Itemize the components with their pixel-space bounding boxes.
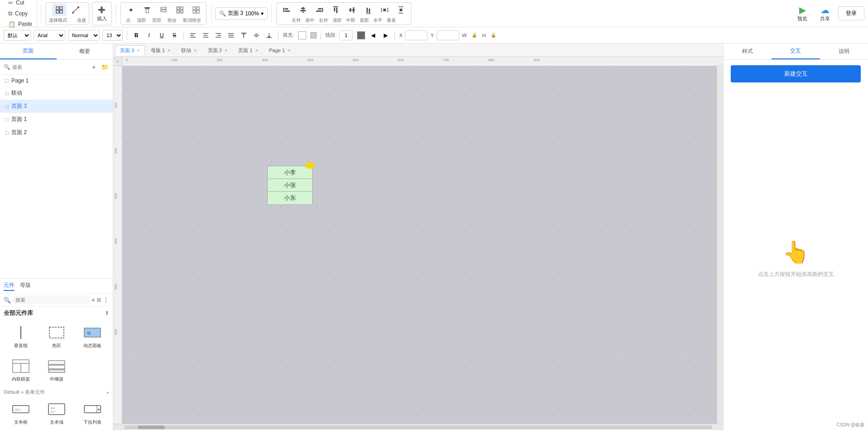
lock-height-btn[interactable]: 🔒	[488, 30, 498, 40]
widget-row-3[interactable]: 小东	[268, 192, 312, 204]
underline-button[interactable]: U	[157, 30, 167, 40]
zoom-control[interactable]: 🔍 页面 3 100% ▾	[215, 7, 268, 20]
x-input[interactable]	[405, 30, 428, 40]
comp-item-vline[interactable]: 垂直线	[4, 322, 38, 352]
layer-btn[interactable]	[156, 4, 171, 16]
add-comp-btn[interactable]: +	[92, 296, 95, 304]
canvas-scroll-right[interactable]	[717, 66, 723, 424]
canvas-tab-mother1[interactable]: 母版 1 ×	[146, 45, 176, 55]
pages-tab[interactable]: 页面	[0, 43, 57, 59]
canvas-tab-mother1-close[interactable]: ×	[168, 48, 170, 53]
comp-copy-btn[interactable]: ⧉	[97, 297, 101, 303]
cut-menu-item[interactable]: ✂ Cut	[4, 0, 37, 8]
text-align-justify[interactable]	[226, 30, 236, 40]
text-align-center[interactable]	[201, 30, 211, 40]
italic-button[interactable]: I	[144, 30, 154, 40]
connect-btn[interactable]	[68, 4, 83, 16]
page-item-page1[interactable]: □ Page 1	[0, 75, 113, 87]
strikethrough-button[interactable]: S	[169, 30, 179, 40]
dot-btn[interactable]	[124, 4, 138, 16]
lock-width-btn[interactable]: 🔒	[469, 30, 479, 40]
comp-section-arrow[interactable]: ▸	[107, 390, 109, 395]
canvas-tab-page1b-close[interactable]: ×	[288, 48, 290, 53]
page-item-page2cn[interactable]: □ 页面 2	[0, 126, 113, 139]
add-folder-button[interactable]: 📁	[100, 63, 109, 72]
text-align-right[interactable]	[213, 30, 223, 40]
stroke-color-box[interactable]	[357, 31, 365, 39]
comp-expand-icon[interactable]: ⬆	[105, 310, 109, 316]
fill-color-box[interactable]	[298, 31, 306, 39]
normal-select[interactable]: Normal	[68, 30, 100, 41]
middle-align-btn[interactable]	[345, 4, 359, 16]
new-interaction-button[interactable]: 新建交互	[731, 65, 861, 82]
default-style-select[interactable]: 默认	[4, 30, 31, 41]
preview-button[interactable]: ▶ 预览	[793, 3, 812, 24]
page-item-page1cn[interactable]: □ 页面 1	[0, 113, 113, 126]
font-size-select[interactable]: 13	[102, 30, 123, 41]
canvas-scroll-bottom[interactable]	[113, 424, 723, 430]
group-btn[interactable]	[173, 4, 187, 16]
copy-menu-item[interactable]: ⧉ Copy	[4, 8, 37, 19]
canvas-tab-page2-close[interactable]: ×	[225, 48, 227, 53]
canvas-tab-page2[interactable]: 页面 2 ×	[203, 45, 233, 55]
y-input[interactable]	[437, 30, 459, 40]
canvas-tab-linked-close[interactable]: ×	[194, 48, 197, 53]
widget-row-1[interactable]: 小李	[268, 166, 312, 179]
canvas-widget[interactable]: ⚡ 小李 小张 小东	[267, 166, 313, 205]
top-btn[interactable]	[140, 4, 154, 16]
interaction-tab[interactable]: 交互	[772, 43, 820, 59]
comp-item-relay[interactable]: 中继器	[39, 355, 73, 385]
comp-item-iframe[interactable]: 内联框架	[4, 355, 38, 385]
comp-search-input[interactable]	[13, 296, 90, 304]
page-item-linked[interactable]: □ 联动	[0, 87, 113, 100]
arrow-right-btn[interactable]: ▶	[381, 30, 391, 40]
masters-tab[interactable]: 母版	[20, 281, 31, 291]
bottom-align-btn[interactable]	[361, 4, 376, 16]
comp-item-textarea[interactable]: abcabc 文本域	[39, 398, 73, 428]
canvas-scrollbar-thumb[interactable]	[138, 425, 165, 429]
text-valign-bottom[interactable]	[264, 30, 274, 40]
ungroup-btn[interactable]	[189, 4, 203, 16]
canvas-tab-page1-close[interactable]: ×	[256, 48, 258, 53]
h-distribute-btn[interactable]	[377, 4, 392, 16]
canvas-area: 页面 3 × 母版 1 × 联动 × 页面 2 × 页面 1 × Page 1 …	[113, 43, 723, 430]
top-align-btn[interactable]	[328, 4, 343, 16]
canvas-tab-page3-close[interactable]: ×	[137, 48, 140, 53]
v-distribute-btn[interactable]	[394, 4, 408, 16]
add-page-button[interactable]: +	[89, 63, 98, 72]
canvas-tab-page3[interactable]: 页面 3 ×	[115, 45, 145, 55]
canvas-tab-page1[interactable]: 页面 1 ×	[233, 45, 263, 55]
widget-row-2[interactable]: 小张	[268, 179, 312, 192]
canvas-tab-linked[interactable]: 联动 ×	[176, 45, 202, 55]
arrow-left-btn[interactable]: ◀	[368, 30, 378, 40]
style-tab[interactable]: 样式	[723, 43, 772, 59]
overview-tab[interactable]: 概要	[57, 43, 113, 59]
paste-menu-item[interactable]: 📋 Paste	[4, 19, 37, 29]
svg-rect-26	[300, 10, 306, 11]
components-tab[interactable]: 元件	[4, 281, 14, 291]
insert-button[interactable]: ✚ 插入	[92, 2, 112, 25]
center-align-btn[interactable]	[296, 4, 310, 16]
canvas-content[interactable]: ⚡ 小李 小张 小东	[122, 66, 717, 424]
left-align-btn[interactable]	[280, 4, 294, 16]
comp-item-hotspot[interactable]: 热区	[39, 322, 73, 352]
right-align-btn[interactable]	[312, 4, 327, 16]
description-tab[interactable]: 说明	[820, 43, 868, 59]
comp-item-dropdown[interactable]: ▾ 下拉列表	[75, 398, 109, 428]
text-align-left[interactable]	[188, 30, 198, 40]
page-item-page3[interactable]: □ 页面 3	[0, 100, 113, 113]
comp-more-btn[interactable]: ⋮	[103, 296, 109, 304]
text-valign-top[interactable]	[239, 30, 249, 40]
comp-item-dynpanel[interactable]: 动 动态面板	[75, 322, 109, 352]
stroke-input[interactable]	[339, 30, 353, 40]
login-button[interactable]: 登录	[838, 6, 864, 20]
bold-button[interactable]: B	[131, 30, 141, 40]
font-select[interactable]: Arial	[34, 30, 65, 41]
select-mode-btn[interactable]	[52, 4, 67, 16]
comp-item-textbox[interactable]: abc 文本框	[4, 398, 38, 428]
pages-search-input[interactable]	[12, 64, 87, 70]
canvas-tab-page1b[interactable]: Page 1 ×	[264, 46, 295, 54]
share-button[interactable]: ☁ 共享	[815, 3, 834, 24]
text-valign-middle[interactable]	[251, 30, 261, 40]
fill-color-box2[interactable]	[310, 32, 317, 39]
